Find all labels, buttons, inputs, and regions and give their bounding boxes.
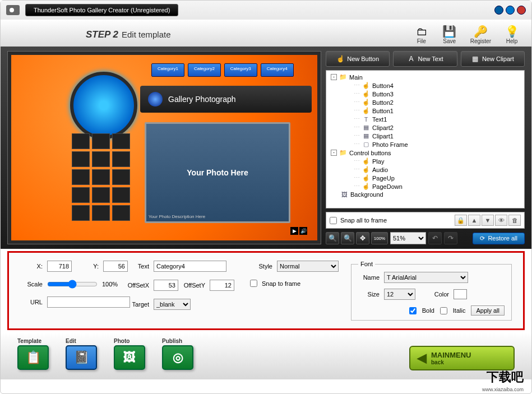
tree-tool-4[interactable]: 🗑 (508, 215, 521, 226)
thumb-slot[interactable] (112, 133, 130, 149)
thumb-slot[interactable] (72, 133, 90, 149)
tree-tool-2[interactable]: ▼ (482, 215, 494, 226)
refresh-icon: ⟳ (480, 235, 485, 242)
offsetx-input[interactable] (154, 280, 178, 291)
tree-node-main[interactable]: -📁Main (329, 73, 522, 81)
tree-node-text1[interactable]: ⋯TText1 (329, 115, 522, 123)
category-button-1[interactable]: Category1 (151, 63, 184, 77)
photo-desc: Your Photo Description Here (149, 214, 205, 219)
zoom-btn-2[interactable]: ✥ (356, 232, 369, 244)
tab-template[interactable]: Template📋 (17, 338, 49, 370)
font-name-select[interactable]: T ArialArial (384, 272, 468, 283)
tree-tool-3[interactable]: 👁 (495, 215, 507, 226)
font-legend: Font (358, 261, 375, 267)
font-color-label: Color (427, 291, 449, 298)
tab-photo[interactable]: Photo🖼 (114, 338, 145, 370)
layer-tree[interactable]: -📁Main⋯☝Button4⋯☝Button3⋯☝Button2⋯☝Butto… (326, 70, 525, 208)
style-select[interactable]: Normal (277, 261, 339, 272)
tab-publish[interactable]: Publish◎ (162, 338, 193, 370)
register-button[interactable]: 🔑Register (470, 25, 491, 44)
text-label: Text (127, 263, 149, 270)
tree-node-pageup[interactable]: ⋯☝PageUp (329, 174, 522, 182)
thumb-slot[interactable] (112, 187, 130, 203)
snap-all-checkbox[interactable] (330, 217, 337, 224)
zoom-select[interactable]: 51% (390, 232, 426, 244)
tree-node-background[interactable]: 🖼Background (329, 191, 522, 198)
tree-node-clipart2[interactable]: ⋯▦Clipart2 (329, 123, 522, 132)
tree-node-button3[interactable]: ⋯☝Button3 (329, 90, 522, 98)
zoom-btn-3[interactable]: 100% (371, 232, 388, 244)
color-swatch[interactable] (454, 289, 467, 299)
help-button[interactable]: 💡Help (505, 25, 519, 44)
category-button-2[interactable]: Category2 (188, 63, 221, 77)
thumb-slot[interactable] (72, 169, 90, 185)
mainmenu-button[interactable]: ◀ MAINMENU back (409, 346, 515, 370)
apply-all-button[interactable]: Apply all (471, 305, 505, 316)
thumb-slot[interactable] (92, 205, 110, 221)
maximize-button[interactable] (506, 6, 515, 15)
tree-icon: ☝ (362, 157, 370, 165)
register-icon: 🔑 (473, 25, 488, 38)
thumb-slot[interactable] (92, 133, 110, 149)
target-select[interactable]: _blank (154, 299, 191, 310)
thumb-slot[interactable] (72, 205, 90, 221)
offsety-input[interactable] (210, 280, 234, 291)
play-icon[interactable]: ▶ (290, 227, 298, 235)
minimize-button[interactable] (494, 6, 503, 15)
thumb-slot[interactable] (92, 169, 110, 185)
url-input[interactable] (47, 296, 130, 308)
category-button-4[interactable]: Category4 (261, 63, 294, 77)
category-button-3[interactable]: Category3 (224, 63, 257, 77)
zoom-btn-0[interactable]: 🔍 (326, 232, 339, 244)
new-button[interactable]: ☝New Button (326, 51, 390, 67)
thumb-slot[interactable] (72, 187, 90, 203)
italic-checkbox[interactable] (440, 307, 447, 314)
scale-slider[interactable] (47, 280, 98, 289)
photo-placeholder[interactable]: Your Photo Here Your Photo Description H… (145, 122, 290, 223)
tree-node-button1[interactable]: ⋯☝Button1 (329, 106, 522, 115)
thumb-slot[interactable] (112, 205, 130, 221)
tree-node-pagedown[interactable]: ⋯☝PageDown (329, 182, 522, 191)
zoom-btn-1[interactable]: 🔍 (341, 232, 354, 244)
thumb-slot[interactable] (72, 151, 90, 167)
thumb-slot[interactable] (112, 151, 130, 167)
tree-node-play[interactable]: ⋯☝Play (329, 157, 522, 165)
template-preview[interactable]: Category1Category2Category3Category4 Gal… (7, 51, 321, 244)
redo-button[interactable]: ↷ (444, 232, 457, 244)
tree-node-photo-frame[interactable]: ⋯▢Photo Frame (329, 140, 522, 149)
watermark-url: www.xiazaiba.com (482, 387, 524, 392)
x-input[interactable] (47, 261, 72, 272)
restore-all-button[interactable]: ⟳ Restore all (473, 233, 525, 244)
snap-frame-checkbox[interactable] (250, 280, 257, 287)
new-text[interactable]: ANew Text (393, 51, 457, 67)
close-button[interactable] (517, 6, 526, 15)
tree-expand[interactable]: - (331, 150, 337, 156)
tree-node-clipart1[interactable]: ⋯▦Clipart1 (329, 132, 522, 140)
tree-icon: 🖼 (340, 191, 348, 198)
save-button[interactable]: 💾Save (442, 25, 457, 44)
scale-value: 100% (102, 281, 118, 288)
file-button[interactable]: 🗀File (414, 25, 429, 44)
app-title: ThunderSoft Photo Gallery Creator (Unreg… (25, 4, 178, 16)
tab-edit[interactable]: Edit📓 (66, 338, 97, 370)
undo-button[interactable]: ↶ (428, 232, 442, 244)
tree-node-audio[interactable]: ⋯☝Audio (329, 165, 522, 174)
tree-node-control-buttons[interactable]: -📁Control buttons (329, 149, 522, 157)
thumb-slot[interactable] (112, 169, 130, 185)
tree-icon: ☝ (362, 107, 370, 114)
text-input[interactable] (154, 261, 226, 272)
thumb-slot[interactable] (92, 151, 110, 167)
bold-checkbox[interactable] (409, 307, 417, 314)
tree-tool-0[interactable]: 🔒 (455, 215, 467, 226)
tree-tool-1[interactable]: ▲ (468, 215, 480, 226)
thumb-slot[interactable] (92, 187, 110, 203)
y-input[interactable] (103, 261, 128, 272)
font-size-select[interactable]: 12 (384, 289, 415, 300)
tree-expand[interactable]: - (331, 74, 337, 80)
new-clipart[interactable]: ▦New Clipart (461, 51, 525, 67)
tree-node-button2[interactable]: ⋯☝Button2 (329, 98, 522, 106)
tree-icon: 📁 (339, 73, 347, 81)
tree-node-button4[interactable]: ⋯☝Button4 (329, 81, 522, 90)
url-label: URL (20, 299, 43, 305)
audio-icon[interactable]: 🔊 (299, 227, 307, 235)
